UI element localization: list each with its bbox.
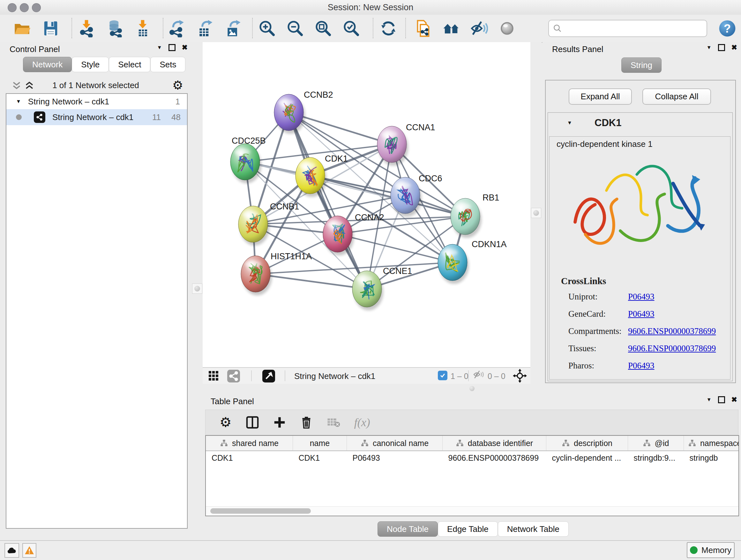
- tab-sets[interactable]: Sets: [150, 57, 185, 72]
- table-hscrollbar[interactable]: [206, 506, 738, 516]
- tab-string[interactable]: String: [621, 57, 662, 73]
- column-header-canonical-name[interactable]: canonical name: [347, 436, 443, 451]
- network-canvas[interactable]: CCNB2CCNA1CDC25BCDK1CDC6RB1CCNB1CCNA2CDK…: [203, 42, 530, 367]
- close-panel-icon[interactable]: ✖: [731, 396, 737, 403]
- crosslink-genecard-link[interactable]: P06493: [628, 309, 655, 319]
- crosslink-uniprot-link[interactable]: P06493: [628, 292, 655, 302]
- apply-layout-button[interactable]: [379, 18, 398, 38]
- collapse-panel-icon[interactable]: ▼: [706, 397, 712, 402]
- delete-column-button[interactable]: [300, 416, 313, 429]
- collection-expander-icon[interactable]: ▼: [16, 99, 21, 104]
- zoom-in-button[interactable]: [257, 18, 277, 38]
- crosslink-pharos-link[interactable]: P06493: [628, 361, 655, 371]
- network-view[interactable]: CCNB2CCNA1CDC25BCDK1CDC6RB1CCNB1CCNA2CDK…: [203, 42, 530, 383]
- table-row[interactable]: CDK1CDK1P064939606.ENSP00000378699cyclin…: [206, 451, 739, 464]
- memory-button[interactable]: Memory: [687, 542, 735, 558]
- zoom-fit-button[interactable]: [313, 18, 333, 38]
- column-header--id[interactable]: @id: [628, 436, 684, 451]
- table-cell[interactable]: CDK1: [293, 451, 347, 464]
- open-session-button[interactable]: [12, 18, 32, 38]
- import-network-database-button[interactable]: [105, 18, 125, 38]
- close-panel-icon[interactable]: ✖: [182, 44, 188, 51]
- tab-network[interactable]: Network: [23, 57, 72, 72]
- import-network-file-button[interactable]: [77, 18, 96, 38]
- crosslink-tissues-link[interactable]: 9606.ENSP00000378699: [628, 344, 716, 354]
- hidden-indicator-button[interactable]: [472, 370, 485, 379]
- gene-section-header[interactable]: ▼ CDK1: [548, 113, 732, 136]
- table-cell[interactable]: P06493: [347, 451, 443, 464]
- table-cell[interactable]: CDK1: [206, 451, 293, 464]
- network-options-gear-icon[interactable]: ⚙: [172, 79, 183, 91]
- network-node-CDC6[interactable]: [391, 177, 421, 217]
- show-all-button[interactable]: [497, 18, 517, 38]
- tab-edge-table[interactable]: Edge Table: [438, 521, 498, 537]
- collapse-panel-icon[interactable]: ▼: [157, 45, 162, 50]
- save-session-button[interactable]: [41, 18, 61, 38]
- table-cell[interactable]: stringdb: [684, 451, 739, 464]
- export-image-button[interactable]: [223, 18, 243, 38]
- export-network-button[interactable]: [166, 18, 186, 38]
- network-node-CDK1[interactable]: [295, 158, 327, 197]
- network-edge-HIST1H1A-CCNE1[interactable]: [256, 274, 367, 289]
- tab-style[interactable]: Style: [72, 57, 109, 72]
- column-header-description[interactable]: description: [546, 436, 628, 451]
- network-share-button[interactable]: [227, 370, 240, 382]
- table-cell[interactable]: 9606.ENSP00000378699: [443, 451, 546, 464]
- close-panel-icon[interactable]: ✖: [731, 44, 737, 51]
- expand-all-button[interactable]: Expand All: [569, 88, 632, 105]
- section-expander-icon[interactable]: ▼: [567, 120, 572, 125]
- pan-mode-button[interactable]: [513, 369, 527, 383]
- search-box[interactable]: [548, 20, 707, 37]
- tab-network-table[interactable]: Network Table: [498, 521, 569, 537]
- warnings-button[interactable]: [22, 543, 37, 558]
- toolbar-separator: [468, 370, 469, 381]
- tab-select[interactable]: Select: [109, 57, 150, 72]
- column-header-name[interactable]: name: [293, 436, 347, 451]
- network-row-selected[interactable]: String Network – cdk1 11 48: [6, 109, 187, 125]
- first-neighbors-button[interactable]: [441, 18, 461, 38]
- float-panel-icon[interactable]: [718, 396, 725, 403]
- column-header-database-identifier[interactable]: database identifier: [443, 436, 546, 451]
- hide-selected-button[interactable]: [469, 18, 489, 38]
- tab-node-table[interactable]: Node Table: [378, 521, 438, 537]
- network-node-CCNB1[interactable]: [239, 206, 269, 246]
- network-node-HIST1H1A[interactable]: [241, 256, 272, 295]
- grid-mode-button[interactable]: [208, 370, 219, 381]
- float-panel-icon[interactable]: [169, 44, 176, 51]
- network-edge-CCNB2-CCNE1[interactable]: [289, 112, 367, 289]
- collapse-panel-icon[interactable]: ▼: [706, 45, 712, 50]
- left-splitter[interactable]: [192, 42, 203, 540]
- hscrollbar-thumb[interactable]: [210, 508, 311, 514]
- copy-network-button[interactable]: [413, 18, 433, 38]
- cloud-status-button[interactable]: [4, 543, 19, 558]
- network-node-CCNA2[interactable]: [323, 216, 354, 255]
- collapse-all-button[interactable]: Collapse All: [643, 88, 711, 105]
- table-cell[interactable]: stringdb:9...: [628, 451, 684, 464]
- crosslink-compartments-link[interactable]: 9606.ENSP00000378699: [628, 326, 716, 336]
- export-table-button[interactable]: [195, 18, 214, 38]
- network-node-CDKN1A[interactable]: [438, 244, 469, 284]
- help-button[interactable]: ?: [718, 18, 737, 38]
- right-splitter[interactable]: [530, 42, 542, 383]
- zoom-selected-button[interactable]: [341, 18, 361, 38]
- network-node-RB1[interactable]: [451, 198, 482, 238]
- table-cell[interactable]: cyclin-dependent ...: [546, 451, 628, 464]
- column-header-shared-name[interactable]: shared name: [206, 436, 293, 451]
- search-input[interactable]: [565, 23, 706, 34]
- network-node-CCNE1[interactable]: [352, 271, 383, 310]
- horizontal-splitter[interactable]: [203, 383, 741, 394]
- import-table-file-button[interactable]: [133, 18, 152, 38]
- show-columns-button[interactable]: [246, 416, 259, 429]
- column-header-namespace[interactable]: namespace: [684, 436, 739, 451]
- right-splitter-handle[interactable]: [531, 208, 541, 218]
- float-panel-icon[interactable]: [718, 44, 725, 51]
- network-collection-row[interactable]: ▼ String Network – cdk1 1: [6, 94, 187, 109]
- zoom-out-button[interactable]: [285, 18, 305, 38]
- create-column-button[interactable]: [273, 416, 286, 429]
- network-node-CCNB2[interactable]: [274, 94, 305, 134]
- birds-eye-view-button[interactable]: [262, 370, 275, 382]
- horizontal-splitter-handle[interactable]: [469, 386, 475, 391]
- selected-indicator-checkbox[interactable]: [438, 371, 448, 380]
- left-splitter-handle[interactable]: [192, 284, 202, 294]
- table-options-gear-icon[interactable]: ⚙: [219, 416, 232, 429]
